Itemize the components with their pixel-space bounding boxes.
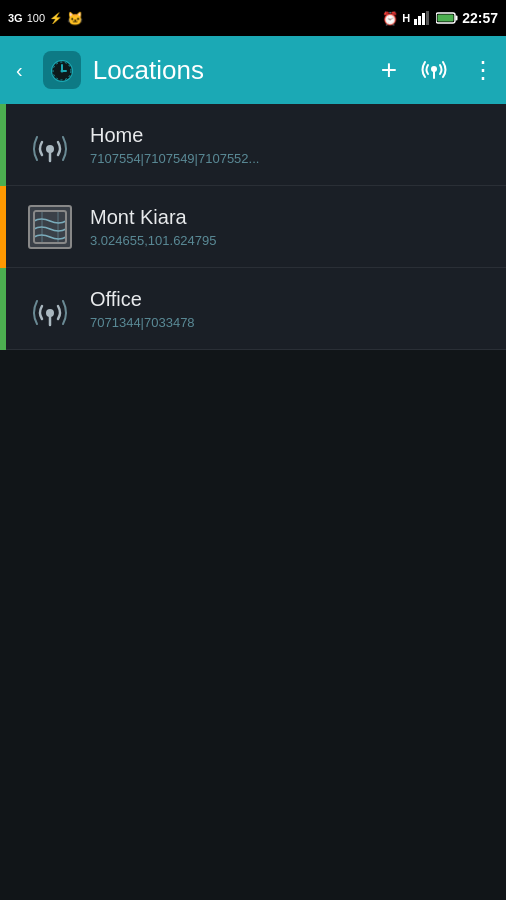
status-right: ⏰ H 22:57	[382, 10, 498, 26]
alarm-icon: ⏰	[382, 11, 398, 26]
item-name: Mont Kiara	[90, 206, 490, 229]
locations-list: Home 7107554|7107549|7107552...	[0, 104, 506, 350]
item-name: Home	[90, 124, 490, 147]
action-bar-actions: + ⋮	[377, 50, 498, 90]
list-item[interactable]: Home 7107554|7107549|7107552...	[0, 104, 506, 186]
action-bar: ‹ Locations + ⋮	[0, 36, 506, 104]
broadcast-button[interactable]	[417, 50, 451, 90]
page-title: Locations	[93, 55, 365, 86]
item-detail: 7071344|7033478	[90, 315, 490, 330]
item-text-mont-kiara: Mont Kiara 3.024655,101.624795	[90, 206, 490, 248]
item-indicator	[0, 268, 6, 350]
item-detail: 7107554|7107549|7107552...	[90, 151, 490, 166]
svg-rect-1	[414, 19, 417, 25]
item-name: Office	[90, 288, 490, 311]
svg-rect-3	[422, 13, 425, 25]
svg-rect-4	[426, 11, 429, 25]
item-detail: 3.024655,101.624795	[90, 233, 490, 248]
item-indicator	[0, 104, 6, 186]
time-display: 22:57	[462, 10, 498, 26]
item-text-office: Office 7071344|7033478	[90, 288, 490, 330]
item-text-home: Home 7107554|7107549|7107552...	[90, 124, 490, 166]
svg-rect-2	[418, 16, 421, 25]
list-item[interactable]: Mont Kiara 3.024655,101.624795	[0, 186, 506, 268]
usb-icon: ⚡	[49, 10, 63, 26]
item-icon-home	[24, 119, 76, 171]
item-icon-mont-kiara	[24, 201, 76, 253]
battery-icon	[436, 12, 458, 24]
map-globe-icon	[32, 209, 68, 245]
app-icon	[43, 51, 81, 89]
overflow-menu-button[interactable]: ⋮	[467, 52, 498, 88]
wifi-tower-icon	[28, 123, 72, 167]
map-icon	[28, 205, 72, 249]
status-bar: 3G 100 ⚡ 🐱 ⏰ H 22:57	[0, 0, 506, 36]
item-indicator	[0, 186, 6, 268]
status-left: 3G 100 ⚡ 🐱	[8, 10, 83, 26]
wifi-tower-icon	[28, 287, 72, 331]
h-indicator: H	[402, 12, 410, 24]
svg-rect-7	[438, 15, 454, 22]
item-icon-office	[24, 283, 76, 335]
svg-text:⚡: ⚡	[49, 11, 63, 24]
battery-level: 100	[27, 12, 45, 24]
signal-icon	[414, 11, 432, 25]
network-indicator: 3G	[8, 12, 23, 24]
back-button[interactable]: ‹	[8, 55, 31, 86]
cat-icon: 🐱	[67, 11, 83, 26]
add-button[interactable]: +	[377, 50, 401, 90]
svg-point-12	[60, 70, 63, 73]
app-logo-icon	[49, 57, 75, 83]
svg-rect-6	[456, 16, 458, 21]
list-item[interactable]: Office 7071344|7033478	[0, 268, 506, 350]
content-area: Home 7107554|7107549|7107552...	[0, 104, 506, 900]
